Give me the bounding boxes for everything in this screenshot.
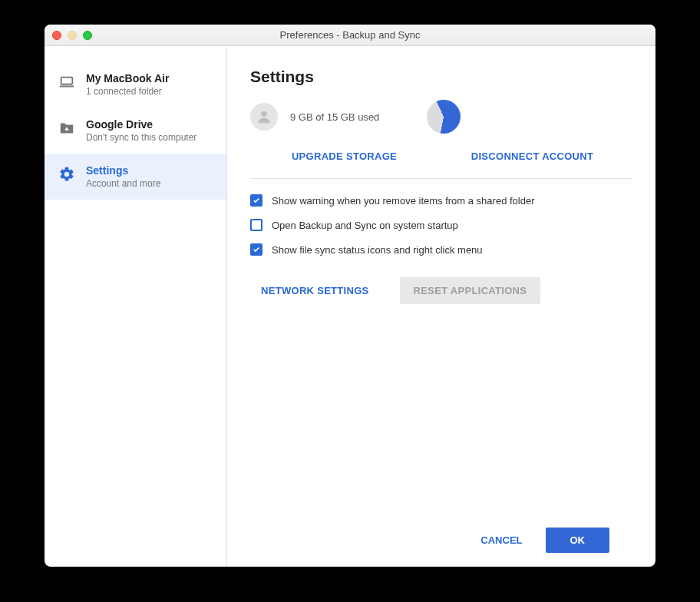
svg-point-1: [261, 111, 266, 117]
storage-pie-chart: [421, 94, 466, 139]
sidebar: My MacBook Air 1 connected folder Google…: [45, 46, 227, 567]
check-status-icons[interactable]: Show file sync status icons and right cl…: [250, 243, 632, 256]
disconnect-account-button[interactable]: DISCONNECT ACCOUNT: [471, 150, 593, 162]
main-panel: Settings 9 GB of 15 GB used UPGRADE STOR…: [227, 46, 655, 567]
sidebar-item-title: My MacBook Air: [86, 72, 169, 84]
body: My MacBook Air 1 connected folder Google…: [45, 46, 655, 567]
close-window-button[interactable]: [52, 31, 61, 40]
storage-usage-text: 9 GB of 15 GB used: [290, 111, 379, 123]
window-title: Preferences - Backup and Sync: [45, 29, 655, 41]
dialog-footer: CANCEL OK: [250, 514, 632, 567]
sidebar-item-title: Google Drive: [86, 118, 196, 131]
check-label: Show file sync status icons and right cl…: [272, 244, 483, 256]
sidebar-item-subtitle: Don't sync to this computer: [86, 132, 196, 143]
sidebar-item-subtitle: Account and more: [86, 178, 160, 189]
check-label: Open Backup and Sync on system startup: [272, 220, 458, 231]
sidebar-item-drive[interactable]: Google Drive Don't sync to this computer: [45, 108, 226, 154]
sidebar-item-settings[interactable]: Settings Account and more: [45, 154, 226, 200]
reset-applications-button[interactable]: RESET APPLICATIONS: [400, 277, 541, 304]
window-controls: [52, 31, 92, 40]
checkbox-list: Show warning when you remove items from …: [250, 194, 632, 256]
titlebar: Preferences - Backup and Sync: [45, 25, 655, 46]
cancel-button[interactable]: CANCEL: [480, 534, 522, 546]
account-avatar: [250, 103, 278, 131]
person-icon: [256, 108, 272, 125]
network-settings-button[interactable]: NETWORK SETTINGS: [250, 277, 380, 304]
account-links: UPGRADE STORAGE DISCONNECT ACCOUNT: [250, 149, 632, 179]
check-label: Show warning when you remove items from …: [272, 195, 535, 207]
sidebar-item-device[interactable]: My MacBook Air 1 connected folder: [45, 61, 226, 108]
checkbox-icon: [250, 194, 262, 207]
sidebar-item-title: Settings: [86, 164, 160, 177]
laptop-icon: [58, 74, 75, 91]
checkbox-icon: [250, 243, 262, 256]
checkbox-icon: [250, 219, 262, 231]
gear-icon: [58, 166, 75, 183]
preferences-window: Preferences - Backup and Sync My MacBook…: [45, 25, 655, 567]
upgrade-storage-button[interactable]: UPGRADE STORAGE: [292, 150, 397, 162]
page-title: Settings: [250, 68, 632, 86]
svg-rect-0: [61, 78, 73, 84]
drive-icon: [58, 120, 75, 137]
sidebar-item-subtitle: 1 connected folder: [86, 86, 169, 97]
check-open-on-startup[interactable]: Open Backup and Sync on system startup: [250, 219, 632, 231]
minimize-window-button[interactable]: [68, 31, 77, 40]
ok-button[interactable]: OK: [546, 528, 610, 553]
check-shared-folder-warning[interactable]: Show warning when you remove items from …: [250, 194, 632, 207]
storage-row: 9 GB of 15 GB used: [250, 100, 632, 134]
zoom-window-button[interactable]: [83, 31, 92, 40]
action-row: NETWORK SETTINGS RESET APPLICATIONS: [250, 277, 632, 304]
